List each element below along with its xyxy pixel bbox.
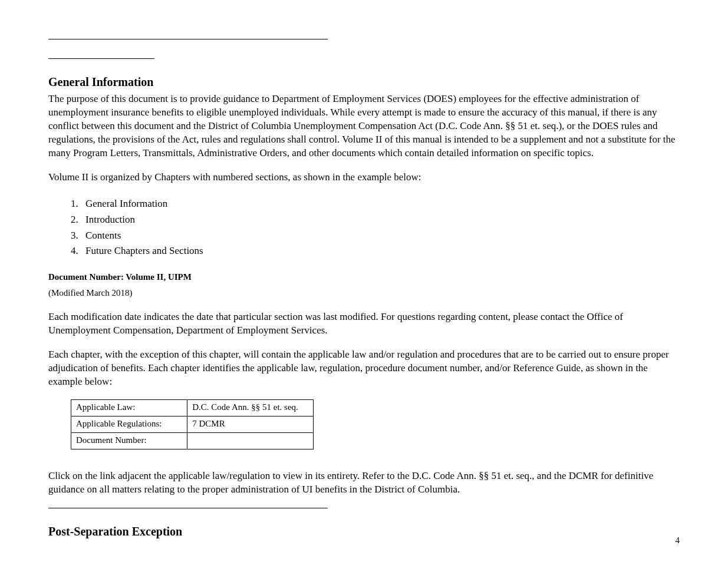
table-row: Document Number: (71, 432, 314, 449)
table-cell-value (187, 432, 314, 449)
table-row: Applicable Regulations: 7 DCMR (71, 416, 314, 432)
divider-bottom (48, 508, 328, 508)
divider-top-2 (48, 58, 154, 59)
reference-table: Applicable Law: D.C. Code Ann. §§ 51 et.… (71, 399, 314, 449)
table-cell-value: D.C. Code Ann. §§ 51 et. seq. (187, 399, 314, 416)
intro-paragraph: The purpose of this document is to provi… (48, 92, 680, 160)
list-item: Introduction (81, 213, 680, 227)
link-guidance-paragraph: Click on the link adjacent the applicabl… (48, 470, 680, 497)
doc-number-heading: Document Number: Volume II, UIPM (48, 271, 680, 283)
list-item: General Information (81, 197, 680, 211)
section-title: General Information (48, 75, 680, 89)
modification-paragraph: Each modification date indicates the dat… (48, 310, 680, 338)
table-row: Applicable Law: D.C. Code Ann. §§ 51 et.… (71, 399, 314, 416)
divider-top-1 (48, 39, 328, 39)
table-cell-label: Applicable Law: (71, 399, 187, 416)
modified-date: (Modified March 2018) (48, 287, 680, 299)
post-separation-heading: Post-Separation Exception (48, 525, 680, 538)
chapter-list: General Information Introduction Content… (48, 197, 680, 259)
vol2-intro: Volume II is organized by Chapters with … (48, 171, 680, 184)
table-cell-label: Document Number: (71, 432, 187, 449)
chapter-contents-paragraph: Each chapter, with the exception of this… (48, 348, 680, 389)
table-cell-label: Applicable Regulations: (71, 416, 187, 432)
table-cell-value: 7 DCMR (187, 416, 314, 432)
list-item: Future Chapters and Sections (81, 244, 680, 258)
page-number: 4 (676, 535, 680, 546)
list-item: Contents (81, 229, 680, 243)
